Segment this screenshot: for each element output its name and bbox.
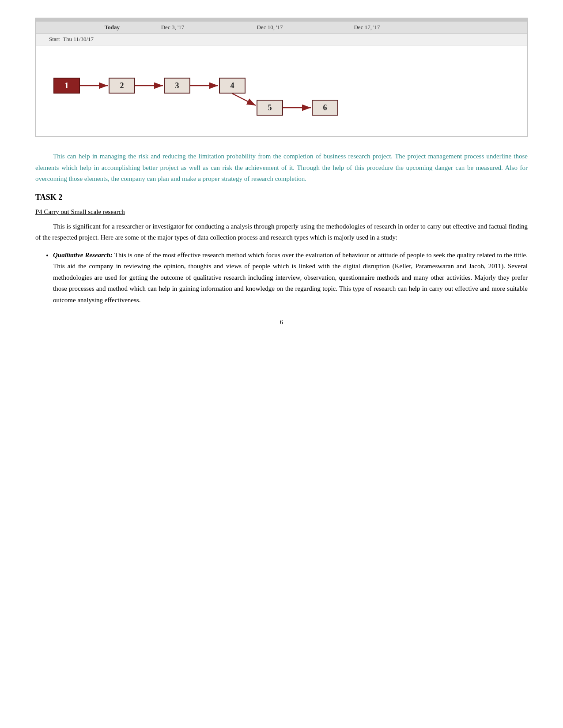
node-4: 4 (219, 78, 246, 94)
node-5: 5 (257, 100, 283, 116)
bullet-list: Qualitative Research: This is one of the… (53, 250, 528, 306)
page: Today Dec 3, '17 Dec 10, '17 Dec 17, '17… (0, 0, 563, 728)
today-label: Today (36, 24, 124, 31)
task2-heading: TASK 2 (35, 193, 528, 202)
node-6: 6 (312, 100, 338, 116)
node-3: 3 (164, 78, 190, 94)
start-date: Thu 11/30/17 (63, 36, 94, 43)
date3-label: Dec 17, '17 (318, 24, 416, 31)
date1-label: Dec 3, '17 (124, 24, 221, 31)
bullet1-text: This is one of the most effective resear… (53, 251, 528, 304)
date2-label: Dec 10, '17 (221, 24, 318, 31)
gantt-diagram-row: 1 2 3 4 5 6 (36, 45, 527, 136)
paragraph2: This is significant for a researcher or … (35, 221, 528, 244)
gantt-info-row: Start Thu 11/30/17 (36, 34, 527, 45)
gantt-chart: Today Dec 3, '17 Dec 10, '17 Dec 17, '17… (35, 18, 528, 137)
node-1: 1 (53, 78, 80, 94)
node-2: 2 (109, 78, 135, 94)
gantt-top-strip (36, 18, 527, 22)
bullet1-label: Qualitative Research: (53, 251, 113, 259)
start-label: Start (49, 36, 60, 43)
p4-heading: P4 Carry out Small scale research (35, 208, 528, 216)
network-diagram: 1 2 3 4 5 6 (40, 53, 523, 128)
list-item-qualitative: Qualitative Research: This is one of the… (53, 250, 528, 306)
paragraph1: This can help in managing the risk and r… (35, 151, 528, 185)
gantt-date-row: Today Dec 3, '17 Dec 10, '17 Dec 17, '17 (36, 22, 527, 34)
page-number: 6 (35, 319, 528, 326)
svg-line-3 (232, 94, 256, 105)
